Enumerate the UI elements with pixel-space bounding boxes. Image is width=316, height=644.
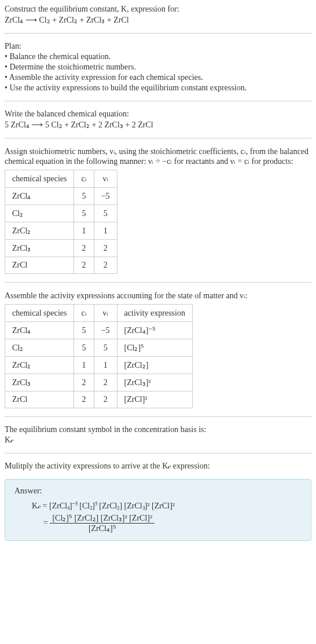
th-vi: νᵢ (94, 305, 117, 322)
cell-ci: 2 (74, 240, 94, 257)
activity-table: chemical species cᵢ νᵢ activity expressi… (5, 304, 193, 408)
cell-species: ZrCl (5, 391, 74, 408)
cell-ci: 5 (74, 188, 94, 205)
th-species: chemical species (5, 305, 74, 322)
cell-species: ZrCl₃ (5, 374, 74, 391)
table-row: ZrCl₄ 5 −5 (5, 188, 117, 205)
table-row: ZrCl₂ 1 1 [ZrCl₂] (5, 357, 193, 374)
balanced-equation: 5 ZrCl₄ ⟶ 5 Cl₂ + ZrCl₂ + 2 ZrCl₃ + 2 Zr… (5, 120, 311, 130)
balanced-section: Write the balanced chemical equation: 5 … (5, 109, 311, 130)
cell-ci: 2 (74, 374, 94, 391)
cell-species: ZrCl₄ (5, 188, 74, 205)
cell-expr: [ZrCl₃]² (117, 374, 192, 391)
cell-expr: [ZrCl]² (117, 391, 192, 408)
activity-header: Assemble the activity expressions accoun… (5, 291, 311, 301)
table-row: Cl₂ 5 5 (5, 205, 117, 222)
cell-species: ZrCl₄ (5, 322, 74, 339)
table-header-row: chemical species cᵢ νᵢ (5, 170, 117, 188)
cell-ci: 1 (74, 222, 94, 240)
balanced-header: Write the balanced chemical equation: (5, 109, 311, 119)
intro-line1: Construct the equilibrium constant, K, e… (5, 5, 311, 14)
cell-ci: 2 (74, 257, 94, 274)
cell-vi: −5 (94, 322, 117, 339)
cell-species: Cl₂ (5, 339, 74, 357)
numerator: [Cl₂]⁵ [ZrCl₂] [ZrCl₃]² [ZrCl]² (50, 513, 155, 524)
multiply-header: Mulitply the activity expressions to arr… (5, 462, 311, 471)
th-species: chemical species (5, 170, 74, 188)
plan-section: Plan: • Balance the chemical equation. •… (5, 42, 311, 93)
plan-step3: • Assemble the activity expression for e… (5, 73, 311, 82)
answer-line2: = [Cl₂]⁵ [ZrCl₂] [ZrCl₃]² [ZrCl]² [ZrCl₄… (43, 513, 302, 533)
divider (5, 138, 311, 138)
table-row: ZrCl 2 2 [ZrCl]² (5, 391, 193, 408)
th-vi: νᵢ (94, 170, 117, 188)
th-expr: activity expression (117, 305, 192, 322)
eq-sign: = (43, 518, 50, 527)
symbol-line1: The equilibrium constant symbol in the c… (5, 425, 311, 434)
stoich-header: Assign stoichiometric numbers, νᵢ, using… (5, 147, 311, 166)
divider (5, 101, 311, 101)
cell-vi: 2 (94, 374, 117, 391)
table-row: ZrCl₃ 2 2 (5, 240, 117, 257)
cell-ci: 5 (74, 205, 94, 222)
table-row: ZrCl 2 2 (5, 257, 117, 274)
fraction: [Cl₂]⁵ [ZrCl₂] [ZrCl₃]² [ZrCl]² [ZrCl₄]⁵ (50, 513, 155, 533)
activity-section: Assemble the activity expressions accoun… (5, 291, 311, 408)
cell-vi: 2 (94, 391, 117, 408)
cell-vi: 2 (94, 257, 117, 274)
table-row: ZrCl₄ 5 −5 [ZrCl₄]⁻⁵ (5, 322, 193, 339)
stoich-section: Assign stoichiometric numbers, νᵢ, using… (5, 147, 311, 274)
intro-equation: ZrCl₄ ⟶ Cl₂ + ZrCl₂ + ZrCl₃ + ZrCl (5, 15, 311, 25)
answer-formula: K𝒸 = [ZrCl₄]⁻⁵ [Cl₂]⁵ [ZrCl₂] [ZrCl₃]² [… (32, 502, 302, 533)
cell-ci: 5 (74, 322, 94, 339)
cell-species: ZrCl₂ (5, 357, 74, 374)
cell-vi: 1 (94, 222, 117, 240)
plan-step2: • Determine the stoichiometric numbers. (5, 63, 311, 72)
cell-ci: 2 (74, 391, 94, 408)
divider (5, 453, 311, 453)
divider (5, 33, 311, 34)
divider (5, 282, 311, 283)
cell-expr: [Cl₂]⁵ (117, 339, 192, 357)
table-header-row: chemical species cᵢ νᵢ activity expressi… (5, 305, 193, 322)
cell-expr: [ZrCl₂] (117, 357, 192, 374)
symbol-line2: K𝒸 (5, 436, 311, 445)
cell-expr: [ZrCl₄]⁻⁵ (117, 322, 192, 339)
cell-ci: 1 (74, 357, 94, 374)
answer-line1: K𝒸 = [ZrCl₄]⁻⁵ [Cl₂]⁵ [ZrCl₂] [ZrCl₃]² [… (32, 502, 302, 511)
plan-step1: • Balance the chemical equation. (5, 52, 311, 61)
symbol-section: The equilibrium constant symbol in the c… (5, 425, 311, 445)
table-row: ZrCl₃ 2 2 [ZrCl₃]² (5, 374, 193, 391)
th-ci: cᵢ (74, 305, 94, 322)
cell-species: ZrCl₃ (5, 240, 74, 257)
divider (5, 416, 311, 417)
th-ci: cᵢ (74, 170, 94, 188)
multiply-section: Mulitply the activity expressions to arr… (5, 462, 311, 471)
cell-vi: 2 (94, 240, 117, 257)
table-row: Cl₂ 5 5 [Cl₂]⁵ (5, 339, 193, 357)
cell-species: ZrCl (5, 257, 74, 274)
intro-section: Construct the equilibrium constant, K, e… (5, 5, 311, 25)
cell-vi: −5 (94, 188, 117, 205)
table-row: ZrCl₂ 1 1 (5, 222, 117, 240)
cell-species: Cl₂ (5, 205, 74, 222)
answer-box: Answer: K𝒸 = [ZrCl₄]⁻⁵ [Cl₂]⁵ [ZrCl₂] [Z… (5, 479, 311, 541)
denominator: [ZrCl₄]⁵ (50, 524, 155, 533)
answer-label: Answer: (14, 486, 302, 496)
cell-ci: 5 (74, 339, 94, 357)
plan-header: Plan: (5, 42, 311, 51)
plan-step4: • Use the activity expressions to build … (5, 83, 311, 93)
stoich-table: chemical species cᵢ νᵢ ZrCl₄ 5 −5 Cl₂ 5 … (5, 170, 117, 274)
cell-vi: 5 (94, 205, 117, 222)
cell-vi: 5 (94, 339, 117, 357)
cell-species: ZrCl₂ (5, 222, 74, 240)
cell-vi: 1 (94, 357, 117, 374)
